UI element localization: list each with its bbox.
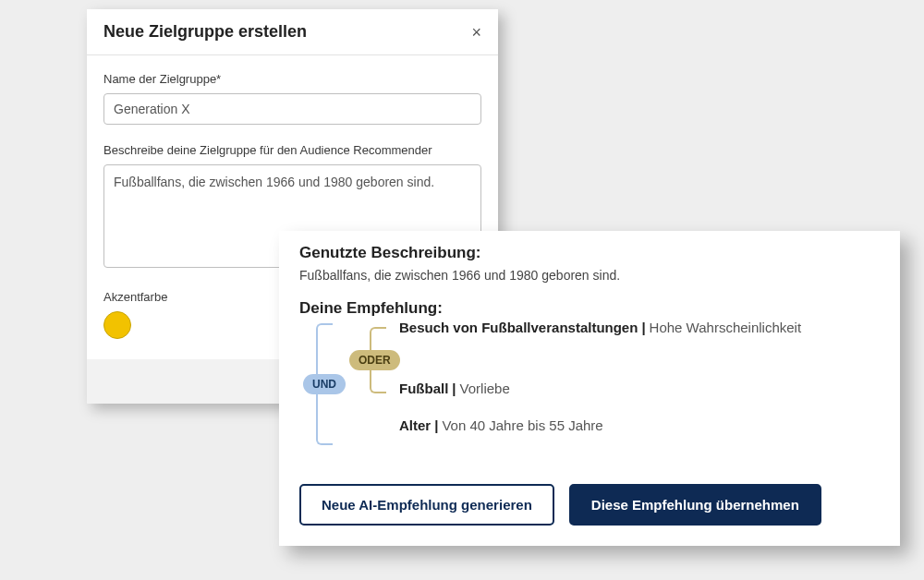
modal-title: Neue Zielgruppe erstellen: [103, 22, 307, 42]
name-label: Name der Zielgruppe*: [103, 72, 481, 86]
rule-row: Fußball|Vorliebe: [399, 381, 510, 396]
rule-row: Besuch von Fußballveranstaltungen|Hohe W…: [399, 320, 801, 335]
recommendation-heading: Deine Empfehlung:: [299, 299, 880, 318]
rule-separator: |: [452, 381, 456, 396]
rule-row: Alter|Von 40 Jahre bis 55 Jahre: [399, 417, 603, 433]
operator-or-pill: ODER: [349, 350, 400, 370]
accent-color-swatch[interactable]: [103, 311, 131, 339]
accept-recommendation-button[interactable]: Diese Empfehlung übernehmen: [569, 484, 821, 526]
regenerate-recommendation-button[interactable]: Neue AI-Empfehlung generieren: [299, 484, 554, 526]
name-field-block: Name der Zielgruppe*: [103, 72, 481, 125]
operator-and-pill: UND: [303, 374, 346, 394]
used-description-text: Fußballfans, die zwischen 1966 und 1980 …: [299, 268, 880, 283]
button-row: Neue AI-Empfehlung generieren Diese Empf…: [299, 484, 880, 526]
rule-attribute: Besuch von Fußballveranstaltungen: [399, 320, 638, 335]
rule-separator: |: [434, 417, 438, 433]
rule-value: Vorliebe: [460, 381, 510, 396]
rule-value: Von 40 Jahre bis 55 Jahre: [442, 417, 602, 433]
rule-attribute: Fußball: [399, 381, 448, 396]
rule-attribute: Alter: [399, 417, 431, 433]
description-label: Beschreibe deine Zielgruppe für den Audi…: [103, 143, 481, 157]
used-description-heading: Genutzte Beschreibung:: [299, 244, 880, 262]
close-icon[interactable]: ×: [471, 24, 481, 41]
recommendation-panel: Genutzte Beschreibung: Fußballfans, die …: [279, 231, 900, 546]
audience-name-input[interactable]: [103, 93, 481, 125]
rule-tree: UND ODER Besuch von Fußballveranstaltung…: [299, 323, 880, 445]
rule-separator: |: [641, 320, 645, 335]
rule-value: Hohe Wahrscheinlichkeit: [650, 320, 802, 335]
modal-header: Neue Zielgruppe erstellen ×: [87, 9, 498, 55]
